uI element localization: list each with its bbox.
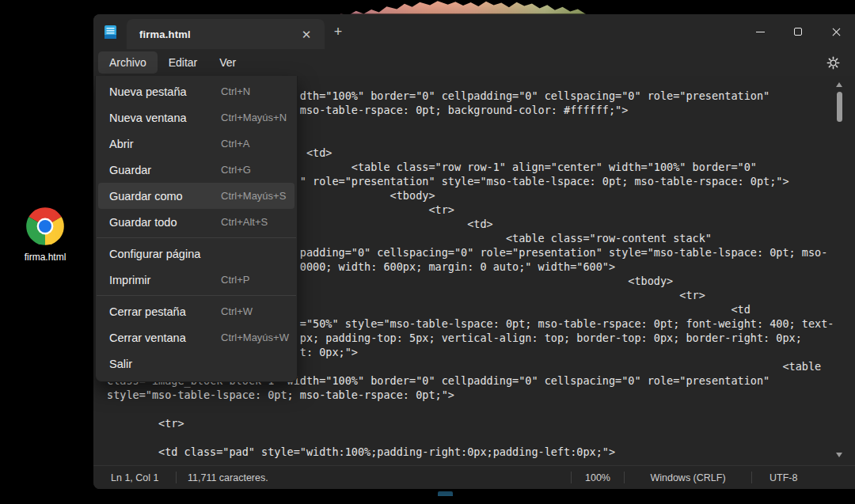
menu-separator [97, 295, 296, 296]
menu-item-label: Nueva ventana [98, 112, 187, 124]
menu-item-label: Cerrar pestaña [98, 305, 186, 318]
file-menu-dropdown: Nueva pestañaCtrl+NNueva ventanaCtrl+May… [95, 76, 298, 382]
menu-item-guardar-como[interactable]: Guardar comoCtrl+Mayús+S [98, 183, 294, 209]
minimize-button[interactable] [741, 14, 779, 49]
menu-item-shortcut: Ctrl+Mayús+N [221, 112, 287, 123]
statusbar: Ln 1, Col 1 11,711 caracteres. 100% Wind… [93, 465, 855, 489]
new-tab-button[interactable]: + [325, 14, 352, 49]
tab-close-icon[interactable]: ✕ [296, 24, 317, 44]
menu-separator [97, 237, 296, 238]
desktop-shortcut-label: firma.html [11, 252, 79, 263]
menu-item-label: Abrir [98, 138, 134, 150]
menu-item-abrir[interactable]: AbrirCtrl+A [98, 131, 294, 157]
character-count: 11,711 caracteres. [177, 472, 279, 483]
menu-ver[interactable]: Ver [208, 51, 247, 74]
menu-item-label: Nueva pestaña [98, 85, 187, 98]
scrollbar-thumb[interactable] [837, 92, 842, 122]
settings-button[interactable] [819, 51, 847, 74]
line-ending-type[interactable]: Windows (CRLF) [625, 472, 751, 483]
scroll-up-icon[interactable] [836, 82, 842, 87]
maximize-button[interactable] [779, 14, 817, 49]
menu-item-configurar-pagina[interactable]: Configurar página [98, 241, 294, 267]
menu-item-label: Salir [98, 358, 132, 370]
close-icon [831, 27, 842, 37]
notepad-icon [104, 25, 117, 40]
minimize-icon [756, 32, 765, 32]
titlebar-drag-area[interactable] [352, 14, 741, 49]
menu-item-cerrar-pestana[interactable]: Cerrar pestañaCtrl+W [98, 298, 294, 324]
menu-item-nueva-ventana[interactable]: Nueva ventanaCtrl+Mayús+N [98, 104, 294, 131]
gear-icon [826, 56, 840, 70]
vertical-scrollbar[interactable] [833, 78, 846, 464]
menu-item-shortcut: Ctrl+A [221, 138, 249, 150]
zoom-level[interactable]: 100% [572, 472, 624, 483]
close-button[interactable] [817, 14, 855, 49]
menu-item-shortcut: Ctrl+Mayús+S [221, 190, 286, 202]
chrome-icon [25, 206, 66, 247]
maximize-icon [794, 28, 802, 36]
tab-firma-html[interactable]: firma.html ✕ [127, 19, 325, 49]
menu-item-label: Configurar página [98, 248, 200, 260]
menu-item-label: Imprimir [98, 274, 150, 286]
plus-icon: + [334, 24, 343, 40]
menu-item-nueva-pestana[interactable]: Nueva pestañaCtrl+N [98, 78, 294, 104]
menu-item-guardar-todo[interactable]: Guardar todoCtrl+Alt+S [98, 209, 294, 235]
menu-item-shortcut: Ctrl+P [221, 274, 249, 286]
menu-item-label: Cerrar ventana [98, 332, 186, 344]
cursor-position: Ln 1, Col 1 [93, 472, 176, 483]
menubar: Archivo Editar Ver [93, 49, 855, 76]
menu-archivo[interactable]: Archivo [98, 51, 158, 74]
menu-item-label: Guardar todo [98, 216, 177, 229]
menu-item-shortcut: Ctrl+W [221, 305, 253, 317]
menu-item-shortcut: Ctrl+Mayús+W [221, 332, 289, 343]
menu-item-shortcut: Ctrl+Alt+S [221, 216, 268, 228]
menu-editar[interactable]: Editar [158, 51, 209, 74]
menu-item-imprimir[interactable]: ImprimirCtrl+P [98, 267, 294, 293]
wallpaper-bloom-bottom [438, 491, 453, 496]
menu-item-label: Guardar [98, 164, 151, 176]
scroll-down-icon[interactable] [836, 453, 842, 457]
titlebar[interactable]: firma.html ✕ + [93, 14, 855, 49]
menu-item-cerrar-ventana[interactable]: Cerrar ventanaCtrl+Mayús+W [98, 324, 294, 351]
menu-item-salir[interactable]: Salir [98, 351, 294, 377]
encoding[interactable]: UTF-8 [752, 472, 855, 483]
tab-title: firma.html [139, 28, 296, 40]
menu-item-label: Guardar como [98, 190, 183, 203]
menu-item-guardar[interactable]: GuardarCtrl+G [98, 157, 294, 183]
menu-item-shortcut: Ctrl+G [221, 164, 251, 176]
desktop-shortcut-firma-html[interactable]: firma.html [11, 206, 79, 263]
notepad-window: firma.html ✕ + Archivo Editar Ver [93, 14, 855, 489]
menu-item-shortcut: Ctrl+N [221, 85, 250, 97]
app-menu-button[interactable] [93, 14, 127, 49]
